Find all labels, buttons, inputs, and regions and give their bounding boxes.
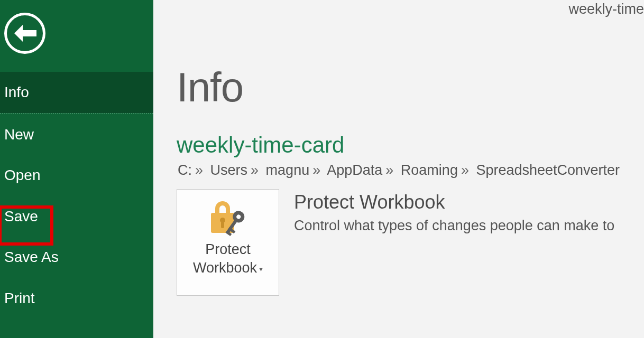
sidebar-item-new[interactable]: New — [0, 114, 153, 155]
document-name: weekly-time-card — [177, 133, 644, 158]
protect-tile-label: Protect Workbook▾ — [193, 240, 263, 277]
svg-rect-2 — [221, 222, 224, 228]
dropdown-caret-icon: ▾ — [257, 265, 263, 273]
protect-workbook-button[interactable]: Protect Workbook▾ — [177, 189, 279, 296]
backstage-sidebar: Info New Open Save Save As Print — [0, 0, 153, 338]
page-heading: Info — [177, 63, 644, 111]
path-segment: C: — [178, 162, 192, 178]
protect-section-description: Control what types of changes people can… — [294, 218, 614, 234]
sidebar-item-open[interactable]: Open — [0, 155, 153, 196]
titlebar-filename: weekly-time — [568, 0, 644, 17]
info-section-protect: Protect Workbook▾ Protect Workbook Contr… — [177, 189, 644, 296]
path-separator-icon: » — [309, 162, 324, 178]
sidebar-item-save[interactable]: Save — [0, 196, 153, 237]
document-path[interactable]: C:» Users» magnu» AppData» Roaming» Spre… — [178, 162, 644, 179]
sidebar-item-label: Open — [4, 167, 41, 183]
sidebar-item-label: New — [4, 126, 34, 143]
back-button[interactable] — [4, 13, 45, 54]
protect-section-text: Protect Workbook Control what types of c… — [294, 189, 614, 234]
sidebar-item-label: Save As — [4, 249, 59, 265]
path-separator-icon: » — [192, 162, 206, 178]
path-segment: AppData — [327, 162, 382, 178]
sidebar-item-info[interactable]: Info — [0, 72, 153, 113]
path-segment: SpreadsheetConverter — [476, 162, 620, 178]
path-segment: Users — [210, 162, 248, 178]
sidebar-item-label: Save — [4, 208, 38, 224]
path-separator-icon: » — [247, 162, 262, 178]
lock-key-icon — [207, 199, 249, 236]
sidebar-item-label: Info — [4, 84, 29, 100]
path-segment: magnu — [266, 162, 310, 178]
sidebar-item-save-as[interactable]: Save As — [0, 237, 153, 278]
arrow-left-icon — [12, 24, 38, 43]
backstage-content: weekly-time Info weekly-time-card C:» Us… — [153, 0, 644, 338]
protect-section-title: Protect Workbook — [294, 191, 614, 213]
path-separator-icon: » — [382, 162, 397, 178]
sidebar-item-print[interactable]: Print — [0, 278, 153, 319]
sidebar-item-label: Print — [4, 290, 35, 306]
path-separator-icon: » — [458, 162, 472, 178]
path-segment: Roaming — [401, 162, 458, 178]
